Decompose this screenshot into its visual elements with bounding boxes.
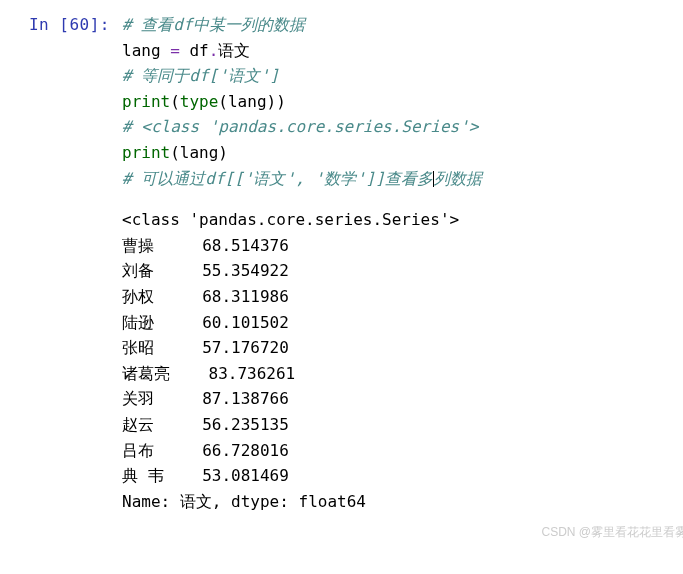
output-row: 关羽 87.138766: [122, 389, 289, 408]
assign-op: =: [170, 41, 180, 60]
output-row: 刘备 55.354922: [122, 261, 289, 280]
watermark-text: CSDN @雾里看花花里看雾: [541, 524, 683, 541]
code-input[interactable]: # 查看df中某一列的数据 lang = df.语文 # 等同于df['语文']…: [122, 12, 683, 191]
expr-df: df: [180, 41, 209, 60]
lparen-1: (: [170, 92, 180, 111]
lparen-2: (: [218, 92, 228, 111]
type-call: type: [180, 92, 219, 111]
output-row: 典 韦 53.081469: [122, 466, 289, 485]
lparen-3: (: [170, 143, 180, 162]
print-call-1: print: [122, 92, 170, 111]
arg-lang-1: lang: [228, 92, 267, 111]
comment-line-3: # 等同于df['语文']: [122, 66, 279, 85]
arg-lang-2: lang: [180, 143, 219, 162]
output-class-line: <class 'pandas.core.series.Series'>: [122, 210, 459, 229]
comment-line-1: # 查看df中某一列的数据: [122, 15, 305, 34]
output-dtype-line: Name: 语文, dtype: float64: [122, 492, 366, 511]
output-row: 赵云 56.235135: [122, 415, 289, 434]
rparen-2: ): [218, 143, 228, 162]
attr-lang: 语文: [218, 41, 250, 60]
rparen-1: )): [267, 92, 286, 111]
output-row: 陆逊 60.101502: [122, 313, 289, 332]
comment-line-7b: 列数据: [434, 169, 482, 188]
dot-op: .: [209, 41, 219, 60]
output-row: 张昭 57.176720: [122, 338, 289, 357]
output-row: 曹操 68.514376: [122, 236, 289, 255]
output-row: 诸葛亮 83.736261: [122, 364, 295, 383]
output-row: 吕布 66.728016: [122, 441, 289, 460]
comment-line-7a: # 可以通过df[['语文', '数学']]查看多: [122, 169, 433, 188]
input-prompt: In [60]:: [12, 12, 122, 34]
print-call-2: print: [122, 143, 170, 162]
comment-line-5: # <class 'pandas.core.series.Series'>: [122, 117, 478, 136]
cell-output: <class 'pandas.core.series.Series'> 曹操 6…: [122, 207, 683, 514]
cell-content: # 查看df中某一列的数据 lang = df.语文 # 等同于df['语文']…: [122, 12, 683, 514]
var-lang: lang: [122, 41, 170, 60]
prompt-label: In [60]:: [29, 15, 110, 34]
notebook-cell: In [60]: # 查看df中某一列的数据 lang = df.语文 # 等同…: [12, 12, 683, 514]
output-row: 孙权 68.311986: [122, 287, 289, 306]
